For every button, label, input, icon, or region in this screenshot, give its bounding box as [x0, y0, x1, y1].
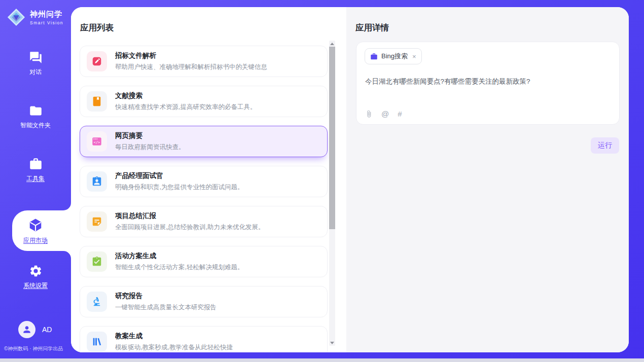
sidebar-item-label: 智能文件夹	[20, 121, 51, 130]
app-card-description: 快速精准查找学术资源,提高研究效率的必备工具。	[115, 103, 256, 112]
app-card-2[interactable]: 文献搜索快速精准查找学术资源,提高研究效率的必备工具。	[80, 86, 328, 117]
brand-subtitle: Smart Vision	[30, 20, 63, 25]
app-card-title: 研究报告	[115, 292, 217, 301]
at-mention-icon[interactable]: @	[381, 110, 389, 118]
app-card-description: 明确身份和职责,为您提供专业性的面试问题。	[115, 183, 243, 192]
microscope-icon	[87, 292, 107, 312]
person-icon	[22, 324, 32, 335]
copyright-text: ©神州数码 · 神州问学出品	[4, 345, 71, 352]
app-frame: 神州问学 Smart Vision 对话智能文件夹工具集应用市场系统设置 AD …	[0, 0, 644, 358]
app-card-title: 网页摘要	[115, 131, 185, 140]
cube-icon	[28, 218, 43, 233]
sidebar-item-label: 工具集	[26, 174, 45, 183]
briefcase-icon	[370, 53, 378, 60]
app-card-1[interactable]: 招标文件解析帮助用户快速、准确地理解和解析招标书中的关键信息	[80, 46, 328, 77]
app-card-list: 招标文件解析帮助用户快速、准确地理解和解析招标书中的关键信息文献搜索快速精准查找…	[80, 46, 328, 352]
app-card-description: 智能生成个性化活动方案,轻松解决规划难题。	[115, 263, 243, 272]
brand-logo: 神州问学 Smart Vision	[0, 0, 71, 27]
sidebar-item-toolset[interactable]: 工具集	[0, 157, 71, 183]
svg-text:</>: </>	[94, 140, 100, 144]
app-card-title: 项目总结汇报	[115, 211, 264, 221]
scroll-down-icon[interactable]	[329, 340, 335, 345]
chat-icon	[29, 51, 43, 64]
hashtag-icon[interactable]: #	[398, 110, 402, 118]
memo-icon	[87, 211, 107, 232]
app-card-7[interactable]: 研究报告一键智能生成高质量长文本研究报告	[80, 286, 328, 317]
tool-tag-label: Bing搜索	[381, 52, 408, 61]
main-content: 应用列表 招标文件解析帮助用户快速、准确地理解和解析招标书中的关键信息文献搜索快…	[71, 7, 629, 352]
app-card-title: 产品经理面试官	[115, 171, 243, 180]
sidebar-item-folders[interactable]: 智能文件夹	[0, 104, 71, 130]
app-card-description: 一键智能生成高质量长文本研究报告	[115, 303, 217, 312]
query-text[interactable]: 今日湖北有哪些新闻要点?有哪些需要关注的最新政策?	[365, 77, 611, 87]
sidebar-item-chat[interactable]: 对话	[0, 51, 71, 77]
close-icon[interactable]: ×	[412, 53, 416, 60]
brand-name: 神州问学	[30, 10, 63, 19]
user-initials: AD	[42, 325, 52, 334]
scrollbar-thumb[interactable]	[329, 47, 335, 229]
paperclip-icon[interactable]	[365, 110, 373, 118]
scroll-up-icon[interactable]	[329, 41, 335, 46]
sidebar-item-label: 系统设置	[23, 281, 48, 290]
sidebar-nav: 对话智能文件夹工具集应用市场系统设置	[0, 51, 71, 317]
interviewer-icon	[87, 171, 107, 192]
tool-tag-bing[interactable]: Bing搜索 ×	[365, 48, 422, 64]
run-button[interactable]: 运行	[591, 137, 619, 154]
app-card-description: 全面回顾项目进展,总结经验教训,助力未来优化发展。	[115, 223, 264, 232]
sidebar: 神州问学 Smart Vision 对话智能文件夹工具集应用市场系统设置 AD …	[0, 0, 71, 358]
sidebar-item-label: 对话	[29, 68, 42, 77]
app-card-5[interactable]: 项目总结汇报全面回顾项目进展,总结经验教训,助力未来优化发展。	[80, 206, 328, 237]
app-card-title: 教案生成	[115, 332, 233, 341]
app-detail-title: 应用详情	[346, 7, 629, 33]
gear-icon	[29, 264, 43, 278]
app-card-title: 招标文件解析	[115, 51, 267, 60]
user-row[interactable]: AD	[18, 321, 52, 338]
app-card-description: 模板驱动,教案秒成,教学准备从此轻松快捷	[115, 343, 233, 352]
app-card-4[interactable]: 产品经理面试官明确身份和职责,为您提供专业性的面试问题。	[80, 166, 328, 197]
app-list-title: 应用列表	[71, 7, 346, 33]
edit-icon	[87, 51, 107, 71]
books-icon	[87, 332, 107, 352]
clipboard-check-icon	[87, 251, 107, 272]
app-card-8[interactable]: 教案生成模板驱动,教案秒成,教学准备从此轻松快捷	[80, 326, 328, 352]
app-list-panel: 应用列表 招标文件解析帮助用户快速、准确地理解和解析招标书中的关键信息文献搜索快…	[71, 7, 346, 352]
sidebar-item-label: 应用市场	[23, 236, 48, 245]
app-card-description: 帮助用户快速、准确地理解和解析招标书中的关键信息	[115, 63, 267, 71]
attachment-toolbar: @ #	[365, 110, 402, 118]
app-card-description: 每日政府新闻资讯快查。	[115, 143, 185, 152]
folder-icon	[29, 104, 43, 118]
book-icon	[87, 91, 107, 112]
diamond-logo-icon	[7, 8, 26, 27]
toolbox-icon	[29, 157, 43, 171]
query-input-card[interactable]: Bing搜索 × 今日湖北有哪些新闻要点?有哪些需要关注的最新政策? @ #	[356, 42, 620, 125]
app-card-title: 活动方案生成	[115, 251, 243, 261]
sidebar-item-settings[interactable]: 系统设置	[0, 264, 71, 290]
app-card-6[interactable]: 活动方案生成智能生成个性化活动方案,轻松解决规划难题。	[80, 246, 328, 277]
app-detail-panel: 应用详情 Bing搜索 × 今日湖北有哪些新闻要点?有哪些需要关注的最新政策? …	[346, 7, 629, 352]
app-card-title: 文献搜索	[115, 91, 256, 100]
app-card-3[interactable]: </>网页摘要每日政府新闻资讯快查。	[80, 126, 328, 157]
webpage-icon: </>	[87, 131, 107, 152]
sidebar-item-app-market[interactable]: 应用市场	[12, 210, 71, 251]
avatar[interactable]	[18, 321, 35, 338]
scrollbar[interactable]	[329, 41, 335, 346]
